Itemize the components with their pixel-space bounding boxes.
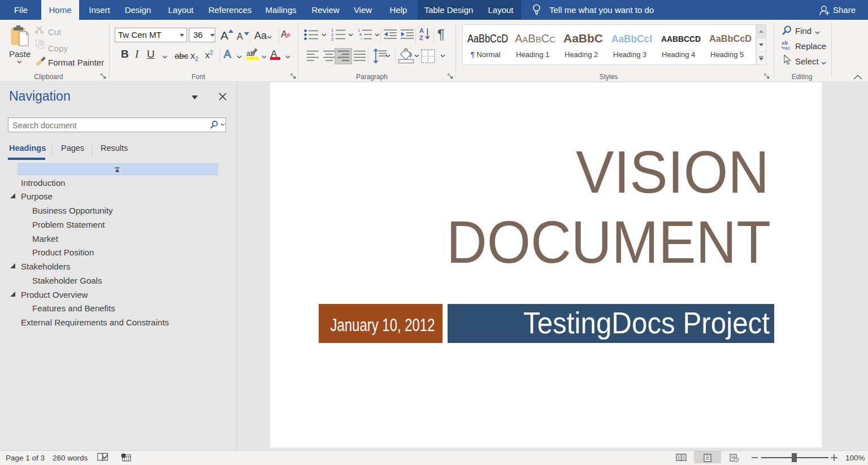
- svg-text:a: a: [359, 32, 362, 36]
- svg-text:1: 1: [331, 28, 333, 32]
- svg-text:1: 1: [358, 28, 360, 32]
- svg-text:January 10, 2012: January 10, 2012: [331, 315, 435, 335]
- svg-text:3: 3: [331, 37, 333, 41]
- svg-text:A: A: [419, 27, 424, 34]
- svg-text:AaBbC: AaBbC: [563, 32, 603, 45]
- svg-text:VISION: VISION: [576, 138, 769, 205]
- svg-text:AABBCC: AABBCC: [515, 32, 555, 45]
- svg-text:AaBbCcD: AaBbCcD: [709, 33, 752, 44]
- svg-text:a: a: [782, 40, 784, 46]
- svg-text:2: 2: [331, 33, 333, 37]
- svg-text:DOCUMENT: DOCUMENT: [446, 208, 771, 275]
- svg-text:TestingDocs Project: TestingDocs Project: [523, 306, 770, 340]
- svg-text:AaBbCcD: AaBbCcD: [467, 32, 508, 45]
- svg-text:Z: Z: [419, 34, 423, 41]
- svg-text:ac: ac: [785, 45, 791, 50]
- svg-text:AABBCCD: AABBCCD: [661, 34, 701, 44]
- svg-text:i: i: [361, 37, 362, 41]
- svg-text:AaBbCcI: AaBbCcI: [611, 33, 652, 45]
